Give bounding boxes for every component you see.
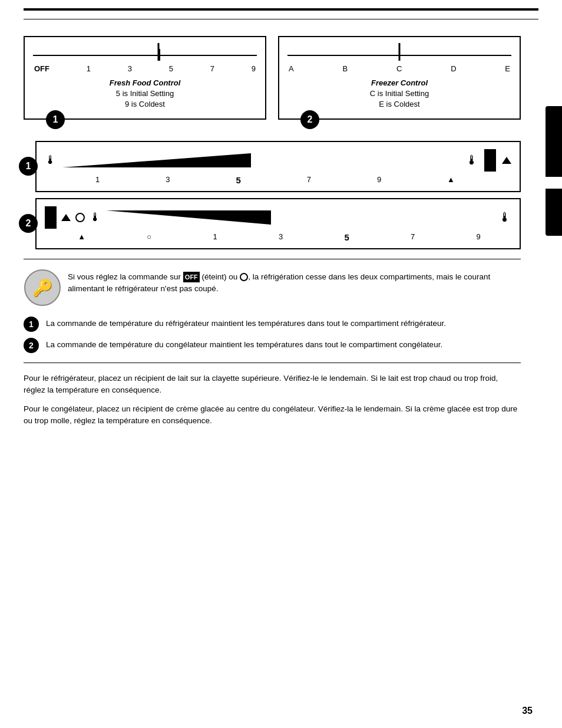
svg-marker-1 [106,210,271,225]
wedge-diagram-1 [62,151,459,170]
thermo-left-1: 🌡 [45,153,57,167]
interior-diagram-1: 🌡 🌡 1 3 5 7 9 ▲ [35,141,521,192]
thermo-left-2: 🌡 [90,210,101,224]
thermo-right-1: 🌡 [465,153,478,168]
svg-marker-0 [62,153,251,167]
interior-diagram-2-wrapper: 2 🌡 🌡 ▲ ○ 1 [24,198,521,249]
arrow-up-1 [502,157,511,164]
badge-1-fresh: 1 [46,110,65,129]
fresh-food-handle [157,43,159,61]
label-a: A [289,64,294,73]
top-header [0,0,562,19]
freezer-handle [399,43,401,61]
diagram-1-visual: 🌡 🌡 [45,149,511,172]
d2-label-9: 9 [477,232,481,242]
thermo-right-2: 🌡 [498,210,511,225]
num-item-1: 1 La commande de température du réfrigér… [24,317,521,332]
freezer-coldest: E is Coldest [287,99,511,110]
badge-1-interior: 1 [19,157,38,176]
d1-label-1: 1 [95,175,100,185]
d2-label-1: 1 [213,232,217,242]
bottom-paras: Pour le réfrigérateur, placez un récipie… [24,373,521,427]
fresh-food-initial: 5 is Initial Setting [33,88,257,99]
fresh-food-slider-track [33,43,257,61]
d2-label-7: 7 [411,232,415,242]
freezer-labels: A B C D E [287,64,511,73]
freezer-initial: C is Initial Setting [287,88,511,99]
off-inline: OFF [183,272,200,283]
d2-label-3: 3 [279,232,283,242]
d1-label-9: 9 [377,175,381,185]
para-2: Pour le congélateur, placez un récipient… [24,403,521,427]
arrow-up-2 [61,214,71,221]
fresh-food-title: Fresh Food Control [33,78,257,88]
label-b: B [342,64,348,73]
num-badge-2: 2 [24,338,39,353]
badge-2-freezer: 2 [300,110,319,129]
note-section: 🔑 Si vous réglez la commande sur OFF (ét… [24,269,521,307]
d1-arrow: ▲ [447,175,455,185]
fresh-food-desc: Fresh Food Control 5 is Initial Setting … [33,78,257,110]
circle-inline [240,273,248,281]
section-line-2 [24,363,521,363]
diagram-2-labels: ▲ ○ 1 3 5 7 9 [45,232,511,242]
control-rect-2 [45,206,57,229]
fresh-food-control-box: OFF 1 3 5 7 9 Fresh Food Control 5 is In… [24,36,266,120]
d2-label-5: 5 [344,232,349,242]
item2-text: La commande de température du congélateu… [46,338,442,351]
label-7: 7 [210,64,214,73]
d2-label-circle: ○ [147,232,151,242]
label-d: D [451,64,456,73]
label-off: OFF [34,64,49,73]
d1-label-7: 7 [307,175,311,185]
badge-2-interior: 2 [19,214,38,233]
control-rect-1 [484,149,496,172]
freezer-control-box: A B C D E Freezer Control C is Initial S… [278,36,521,120]
section-line-1 [24,259,521,259]
controls-row: OFF 1 3 5 7 9 Fresh Food Control 5 is In… [24,36,521,120]
freezer-slider-track [287,43,511,61]
slider-line [33,55,257,56]
wedge-diagram-2 [106,208,494,227]
d2-label-arrow: ▲ [78,232,85,242]
label-9: 9 [252,64,256,73]
label-3: 3 [128,64,132,73]
interior-diagram-1-wrapper: 1 🌡 🌡 1 3 5 7 9 [24,141,521,192]
item1-text: La commande de température du réfrigérat… [46,317,446,330]
d1-label-3: 3 [166,175,170,185]
interior-diagram-2: 🌡 🌡 ▲ ○ 1 3 5 7 9 [35,198,521,249]
d1-label-5: 5 [236,175,240,185]
right-side-tab [546,106,562,236]
label-e: E [505,64,510,73]
label-c: C [396,64,402,73]
freezer-desc: Freezer Control C is Initial Setting E i… [287,78,511,110]
fresh-food-coldest: 9 is Coldest [33,99,257,110]
thick-line [24,8,538,11]
label-5: 5 [169,64,173,73]
main-content: OFF 1 3 5 7 9 Fresh Food Control 5 is In… [0,19,562,446]
fresh-food-labels: OFF 1 3 5 7 9 [33,64,257,73]
page-number: 35 [522,706,533,716]
label-1: 1 [87,64,91,73]
diagram-2-visual: 🌡 🌡 [45,206,511,229]
note-text: Si vous réglez la commande sur OFF (étei… [68,269,521,295]
freezer-title: Freezer Control [287,78,511,88]
num-item-2: 2 La commande de température du congélat… [24,338,521,353]
wrench-icon: 🔑 [24,269,62,307]
svg-text:🔑: 🔑 [32,278,53,298]
para-1: Pour le réfrigérateur, placez un récipie… [24,373,521,397]
circle-off-diagram [75,213,85,222]
diagram-1-labels: 1 3 5 7 9 ▲ [45,175,511,185]
num-badge-1: 1 [24,317,39,332]
